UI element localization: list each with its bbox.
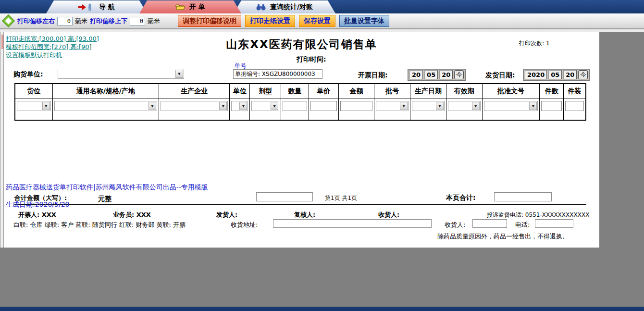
document-page: 打印走纸宽:[300.00] 高:[93.00] 模板打印范围宽:[270] 高…: [4, 32, 599, 248]
save-settings-button[interactable]: 保存设置: [299, 15, 335, 27]
column-header-unit: 单位: [230, 84, 250, 99]
combo-dropdown-button[interactable]: ▼: [149, 102, 156, 110]
cell-manufacturer: ▼: [159, 99, 230, 120]
cell-packages: [540, 99, 564, 120]
tab-label: 查询统计/对账: [270, 3, 313, 12]
tab-navigation[interactable]: 导 航: [46, 0, 147, 13]
complaint-phone: 投诉监督电话: 0551-XXXXXXXXXXXX: [487, 211, 589, 219]
ship-date-part-1[interactable]: 05: [548, 70, 562, 79]
cell-expiry-date: ▼: [446, 99, 483, 120]
cell-package-size: [564, 99, 585, 120]
package-size-input[interactable]: [565, 101, 584, 111]
column-header-batch-no: 批号: [374, 84, 410, 99]
column-header-package-size: 件装: [564, 84, 585, 99]
packages-input[interactable]: [541, 101, 562, 111]
cell-amount: [339, 99, 375, 120]
ship-date-label: 发货日期:: [485, 71, 515, 80]
receiver-label: 收货人:: [378, 211, 399, 219]
window-bottom-edge: [0, 307, 644, 311]
total-caps-input[interactable]: [256, 192, 313, 201]
unit-price-input[interactable]: [310, 101, 337, 111]
combo-dropdown-button[interactable]: ▼: [436, 102, 444, 110]
combo-dropdown-button[interactable]: ▼: [219, 102, 227, 110]
offset-ud-label: 打印偏移上下: [90, 17, 127, 25]
doc-no-input[interactable]: [233, 69, 322, 79]
invoice-date-part-2[interactable]: 20: [439, 70, 453, 79]
copies-legend: 白联: 仓库 绿联: 客户 蓝联: 随货同行 红联: 财务部 黄联: 开票: [13, 221, 186, 229]
nav-arrow-person-icon: [78, 3, 95, 11]
ship-date-part-2[interactable]: 20: [563, 70, 577, 79]
ship-date-picker[interactable]: 20200520今: [523, 69, 590, 81]
column-header-manufacturer: 生产企业: [159, 84, 230, 99]
binoculars-icon: [256, 4, 266, 11]
generic-name-combo[interactable]: ▼: [54, 101, 157, 111]
page-total-label: 本页合计:: [446, 194, 476, 202]
production-date-combo[interactable]: ▼: [412, 101, 445, 111]
phone-input[interactable]: [535, 219, 573, 228]
unit-combo[interactable]: ▼: [231, 101, 248, 111]
approval-no-combo[interactable]: ▼: [484, 101, 538, 111]
batch-font-settings-button[interactable]: 批量设置字体: [339, 15, 389, 27]
expiry-date-combo[interactable]: ▼: [448, 101, 481, 111]
ship-date-today-button[interactable]: 今: [578, 70, 588, 79]
tab-label: 导 航: [99, 3, 115, 12]
combo-dropdown-button[interactable]: ▼: [271, 102, 278, 110]
column-header-dosage-form: 剂型: [250, 84, 281, 99]
tab-create-order[interactable]: 开 单: [139, 0, 241, 13]
left-splitter[interactable]: [0, 32, 4, 248]
total-caps-suffix: 元整: [98, 195, 111, 203]
offset-lr-label: 打印偏移左右: [17, 17, 55, 25]
slot-combo[interactable]: ▼: [17, 101, 51, 111]
column-header-amount: 金额: [339, 84, 375, 99]
offset-lr-input[interactable]: [57, 17, 73, 25]
default-printer-link[interactable]: 设置模板默认打印机: [6, 51, 62, 60]
app-window: 导 航 开 单 查询统计/对账 打印偏移左右 毫米: [0, 0, 644, 311]
receiver2-input[interactable]: [472, 219, 507, 228]
address-input[interactable]: [273, 219, 432, 228]
manufacturer-combo[interactable]: ▼: [161, 101, 228, 111]
reviewer-label: 复核人:: [294, 211, 315, 219]
combo-dropdown-button[interactable]: ▼: [175, 70, 183, 78]
page-total-input[interactable]: [494, 192, 552, 201]
receiver2-label: 收货人:: [445, 221, 465, 229]
invoice-date-today-button[interactable]: 今: [454, 70, 464, 79]
items-table: 货位通用名称/规格/产地生产企业单位剂型数量单价金额批号生产日期有效期批准文号件…: [14, 83, 586, 121]
column-header-generic-name: 通用名称/规格/产地: [53, 84, 159, 99]
summary-divider: [14, 204, 586, 205]
amount-input[interactable]: [340, 101, 373, 111]
combo-dropdown-button[interactable]: ▼: [42, 102, 50, 110]
combo-dropdown-button[interactable]: ▼: [472, 102, 480, 110]
buyer-combo[interactable]: ▼: [58, 69, 184, 79]
print-count-value: 1: [546, 40, 550, 47]
batch-no-combo[interactable]: ▼: [376, 101, 409, 111]
cell-quantity: [281, 99, 309, 120]
cell-batch-no: ▼: [374, 99, 410, 120]
diamond-nav-icon: [2, 14, 15, 27]
tab-bar: 导 航 开 单 查询统计/对账: [0, 0, 644, 13]
dosage-form-combo[interactable]: ▼: [251, 101, 279, 111]
cell-approval-no: ▼: [483, 99, 540, 120]
cell-generic-name: ▼: [53, 99, 159, 120]
combo-dropdown-button[interactable]: ▼: [529, 102, 537, 110]
combo-dropdown-button[interactable]: ▼: [400, 102, 408, 110]
ship-date-part-0[interactable]: 2020: [525, 70, 547, 79]
generated-date: 生成日期:2020/5/20: [6, 200, 70, 209]
column-header-expiry-date: 有效期: [446, 84, 483, 99]
invoice-date-picker[interactable]: 200520今: [408, 69, 466, 81]
no-return-notice: 除药品质量原因外，药品一经售出，不得退换。: [437, 232, 569, 241]
paper-feed-settings-button[interactable]: 打印走纸设置: [245, 15, 295, 27]
print-toolbar: 打印偏移左右 毫米 打印偏移上下 毫米 调整打印偏移说明 打印走纸设置 保存设置…: [0, 13, 644, 29]
invoice-date-label: 开票日期:: [358, 71, 388, 80]
combo-dropdown-button[interactable]: ▼: [239, 102, 247, 110]
adjust-offset-help-button[interactable]: 调整打印偏移说明: [178, 15, 241, 27]
quantity-input[interactable]: [283, 101, 307, 111]
offset-ud-input[interactable]: [130, 17, 145, 25]
offset-lr-unit: 毫米: [75, 17, 87, 25]
cell-dosage-form: ▼: [250, 99, 281, 120]
print-count: 打印次数: 1: [519, 39, 550, 48]
table-header-row: 货位通用名称/规格/产地生产企业单位剂型数量单价金额批号生产日期有效期批准文号件…: [15, 84, 585, 99]
column-header-packages: 件数: [540, 84, 564, 99]
invoice-date-part-0[interactable]: 20: [409, 70, 423, 79]
invoice-date-part-1[interactable]: 05: [424, 70, 438, 79]
tab-query-statistics[interactable]: 查询统计/对账: [234, 0, 335, 13]
